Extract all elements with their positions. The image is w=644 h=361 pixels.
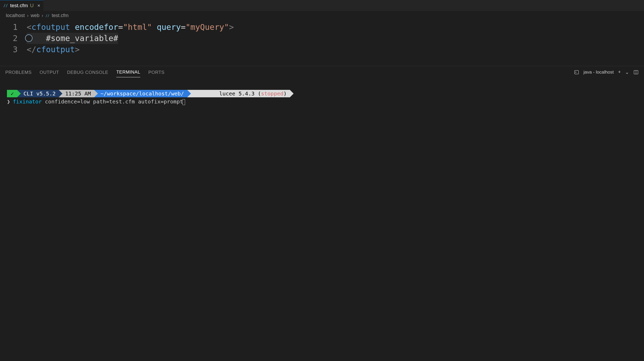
- panel-header: PROBLEMSOUTPUTDEBUG CONSOLETERMINALPORTS…: [0, 66, 644, 78]
- code-token: "html": [123, 22, 152, 32]
- code-editor[interactable]: 1<cfoutput encodefor="html" query="myQue…: [0, 20, 644, 66]
- code-token: "myQuery": [186, 22, 229, 32]
- code-token: #some_variable#: [27, 34, 118, 43]
- powerline-time: 11:25 AM: [59, 90, 94, 97]
- line-number: 2: [0, 33, 27, 44]
- code-token: encodefor: [75, 22, 118, 32]
- powerline-cli-version: CLI v5.5.2: [17, 90, 59, 97]
- panel-tab-output[interactable]: OUTPUT: [39, 67, 59, 77]
- code-token: </: [27, 45, 36, 54]
- split-terminal-button[interactable]: [633, 70, 639, 75]
- panel-tabs: PROBLEMSOUTPUTDEBUG CONSOLETERMINALPORTS: [5, 67, 165, 77]
- panel-tab-problems[interactable]: PROBLEMS: [5, 67, 31, 77]
- code-token: =: [181, 22, 186, 32]
- engine-state: stopped: [261, 90, 283, 97]
- powerline-prompt: ✓ CLI v5.5.2 11:25 AM ~/workspace/localh…: [7, 90, 637, 97]
- terminal-shell-label[interactable]: java - localhost: [583, 70, 614, 75]
- code-content[interactable]: #some_variable#: [27, 33, 118, 44]
- code-token: cfoutput: [36, 45, 75, 54]
- panel-tab-ports[interactable]: PORTS: [148, 67, 165, 77]
- chevron-right-icon: ›: [42, 13, 43, 18]
- terminal[interactable]: ✓ CLI v5.5.2 11:25 AM ~/workspace/localh…: [0, 78, 644, 361]
- powerline-status: ✓: [7, 90, 17, 97]
- code-token: [70, 22, 75, 32]
- breadcrumb-seg[interactable]: test.cfm: [52, 13, 69, 18]
- svg-rect-0: [575, 70, 579, 74]
- editor-tab[interactable]: test.cfm U ×: [0, 0, 44, 11]
- editor-line[interactable]: 2 #some_variable#: [0, 33, 644, 44]
- breadcrumb-seg[interactable]: web: [31, 13, 39, 18]
- terminal-dropdown-button[interactable]: ⌄: [625, 69, 629, 75]
- tab-filename: test.cfm: [10, 3, 28, 9]
- breadcrumb: localhost › web › test.cfm: [0, 11, 644, 20]
- code-content[interactable]: </cfoutput>: [27, 44, 80, 55]
- code-token: cfoutput: [31, 22, 70, 32]
- breadcrumb-seg[interactable]: localhost: [6, 13, 25, 18]
- terminal-cursor: [182, 99, 185, 105]
- engine-name: lucee 5.4.3 (: [219, 90, 261, 97]
- code-token: =: [118, 22, 123, 32]
- panel-tab-terminal[interactable]: TERMINAL: [116, 67, 140, 77]
- line-number: 3: [0, 44, 27, 55]
- code-token: <: [27, 22, 31, 32]
- powerline-engine: lucee 5.4.3 (stopped): [187, 90, 290, 97]
- terminal-prompt-symbol: ❯: [7, 98, 10, 105]
- code-token: [152, 22, 157, 32]
- terminal-command: fixinator: [13, 98, 42, 105]
- lightbulb-icon[interactable]: [25, 34, 33, 42]
- terminal-shell-icon: [574, 70, 579, 75]
- editor-line[interactable]: 3</cfoutput>: [0, 44, 644, 55]
- panel-actions: java - localhost + ⌄: [574, 69, 639, 75]
- terminal-input-line[interactable]: ❯ fixinator confidence=low path=test.cfm…: [7, 98, 637, 105]
- powerline-path: ~/workspace/localhost/web/: [94, 90, 187, 97]
- code-token: query: [157, 22, 181, 32]
- terminal-args: confidence=low path=test.cfm autofix=pro…: [45, 98, 183, 105]
- code-token: >: [75, 45, 80, 54]
- code-token: >: [229, 22, 234, 32]
- cfml-file-icon: [45, 14, 50, 18]
- tab-bar: test.cfm U ×: [0, 0, 644, 11]
- code-content[interactable]: <cfoutput encodefor="html" query="myQuer…: [27, 22, 234, 33]
- cfml-file-icon: [3, 3, 8, 8]
- engine-suffix: ): [283, 90, 287, 97]
- chevron-right-icon: ›: [27, 13, 29, 18]
- panel-tab-debug-console[interactable]: DEBUG CONSOLE: [67, 67, 108, 77]
- editor-line[interactable]: 1<cfoutput encodefor="html" query="myQue…: [0, 22, 644, 33]
- line-number: 1: [0, 22, 27, 33]
- close-tab-button[interactable]: ×: [37, 3, 40, 9]
- tab-modified-badge: U: [30, 3, 34, 9]
- new-terminal-button[interactable]: +: [618, 69, 621, 75]
